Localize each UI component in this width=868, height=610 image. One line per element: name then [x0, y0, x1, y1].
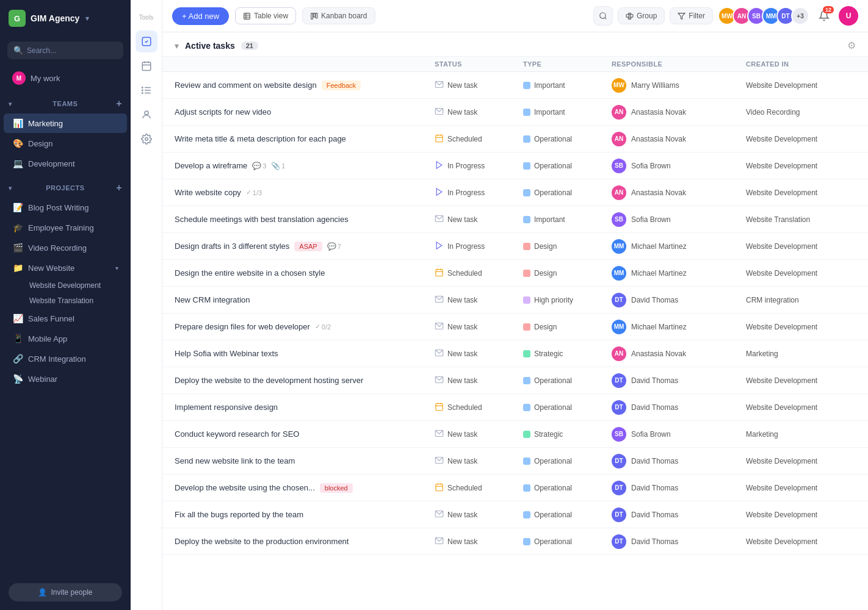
task-name-cell: Conduct keyword research for SEO: [175, 423, 435, 445]
table-row[interactable]: Conduct keyword research for SEO New tas…: [162, 421, 868, 448]
status-cell: New task: [435, 375, 523, 386]
type-label: Important: [534, 108, 565, 117]
filter-button[interactable]: Filter: [670, 7, 713, 24]
responsible-name: David Thomas: [631, 537, 678, 546]
kanban-board-button[interactable]: Kanban board: [302, 7, 375, 24]
person-tool[interactable]: [136, 104, 157, 126]
table-row[interactable]: Write website copy ✓1/3 In Progress Oper…: [162, 179, 868, 206]
section-header: ▾ Active tasks 21 ⚙: [162, 32, 868, 57]
search-bar[interactable]: 🔍 Search...: [7, 41, 123, 59]
sidebar-item-sales-funnel[interactable]: 📈 Sales Funnel: [4, 309, 127, 328]
settings-tool[interactable]: [136, 128, 157, 150]
type-label: High priority: [534, 296, 573, 304]
section-collapse-icon[interactable]: ▾: [175, 41, 179, 51]
sidebar-item-crm[interactable]: 🔗 CRM Integration: [4, 349, 127, 368]
type-cell: Operational: [523, 188, 612, 197]
my-work-item[interactable]: M My work: [4, 67, 127, 89]
table-row[interactable]: Write meta title & meta description for …: [162, 126, 868, 152]
invite-label: Invite people: [51, 588, 92, 597]
search-icon: 🔍: [13, 46, 23, 55]
user-avatar[interactable]: U: [839, 6, 858, 26]
teams-header[interactable]: ▾ Teams +: [0, 95, 131, 113]
table-view-button[interactable]: Table view: [235, 7, 296, 24]
task-name: Design drafts in 3 different styles: [175, 242, 289, 251]
table-row[interactable]: Implement responsive design Scheduled Op…: [162, 394, 868, 421]
svg-rect-23: [631, 14, 633, 16]
table-view-icon: [243, 12, 251, 20]
projects-label: Projects: [46, 184, 84, 192]
task-name: Deploy the website to the production env…: [175, 537, 349, 546]
resp-avatar: MM: [612, 320, 626, 334]
table-row[interactable]: Design the entire website in a chosen st…: [162, 260, 868, 287]
status-label: New task: [447, 537, 477, 546]
sidebar-item-employee-training[interactable]: 🎓 Employee Training: [4, 218, 127, 237]
sidebar-item-webinar[interactable]: 📡 Webinar: [4, 369, 127, 389]
calendar-tool[interactable]: [136, 55, 157, 77]
app-logo[interactable]: G GIM Agency ▾: [0, 0, 131, 37]
table-row[interactable]: Design drafts in 3 different styles ASAP…: [162, 233, 868, 260]
task-name-cell: Help Sofia with Webinar texts: [175, 343, 435, 364]
table-settings-icon[interactable]: ⚙: [847, 40, 856, 51]
status-label: New task: [447, 296, 477, 304]
type-dot: [523, 538, 530, 545]
projects-add-icon[interactable]: +: [116, 182, 122, 193]
search-button[interactable]: [593, 6, 613, 26]
responsible-cell: AN Anastasia Novak: [612, 346, 746, 361]
check-tool[interactable]: [136, 30, 157, 52]
status-icon: [435, 509, 444, 520]
sidebar-item-marketing[interactable]: 📊 Marketing: [4, 113, 127, 133]
created-cell: CRM integration: [746, 296, 856, 304]
task-name: Help Sofia with Webinar texts: [175, 349, 278, 358]
list-tool[interactable]: [136, 79, 157, 101]
table-row[interactable]: Review and comment on website design Fee…: [162, 72, 868, 99]
group-button[interactable]: Group: [618, 7, 665, 24]
type-dot: [523, 162, 530, 170]
responsible-cell: DT David Thomas: [612, 373, 746, 388]
sidebar-item-sales-label: Sales Funnel: [28, 314, 74, 323]
sidebar-item-new-website[interactable]: 📁 New Website ▾: [4, 258, 127, 278]
status-icon: [435, 107, 444, 118]
sidebar-sub-website-dev[interactable]: Website Development: [21, 278, 127, 293]
task-name: Deploy the website to the development ho…: [175, 376, 363, 385]
status-cell: Scheduled: [435, 134, 523, 145]
logo-icon: G: [9, 10, 26, 27]
table-row[interactable]: Schedule meetings with best translation …: [162, 206, 868, 233]
table-row[interactable]: Help Sofia with Webinar texts New task S…: [162, 340, 868, 367]
responsible-name: David Thomas: [631, 376, 678, 385]
type-dot: [523, 323, 530, 331]
table-row[interactable]: Prepare design files for web developer ✓…: [162, 314, 868, 340]
invite-people-button[interactable]: 👤 Invite people: [9, 583, 122, 601]
notifications-button[interactable]: 12: [814, 6, 834, 26]
sidebar-item-design[interactable]: 🎨 Design: [4, 134, 127, 153]
table-row[interactable]: Send new website link to the team New ta…: [162, 448, 868, 475]
teams-section: ▾ Teams + 📊 Marketing 🎨 Design 💻 Develop…: [0, 92, 131, 176]
add-new-button[interactable]: + Add new: [172, 7, 229, 25]
table-row[interactable]: New CRM integration New task High priori…: [162, 287, 868, 314]
sidebar-item-mobile-app[interactable]: 📱 Mobile App: [4, 329, 127, 348]
sidebar-item-mobile-label: Mobile App: [28, 334, 67, 343]
status-icon: [435, 134, 444, 145]
type-cell: Operational: [523, 537, 612, 546]
app-name: GIM Agency: [31, 13, 79, 23]
status-cell: New task: [435, 456, 523, 467]
table-row[interactable]: Deploy the website to the production env…: [162, 528, 868, 555]
teams-add-icon[interactable]: +: [116, 98, 122, 109]
status-icon: [435, 375, 444, 386]
svg-rect-1: [142, 62, 151, 71]
sidebar-item-development[interactable]: 💻 Development: [4, 154, 127, 173]
table-row[interactable]: Adjust scripts for new video New task Im…: [162, 99, 868, 126]
resp-avatar: DT: [612, 454, 626, 468]
table-row[interactable]: Develop a wireframe 💬3📎1 In Progress Ope…: [162, 152, 868, 179]
svg-point-20: [600, 13, 606, 18]
status-cell: New task: [435, 509, 523, 520]
sidebar-sub-website-trans[interactable]: Website Translation: [21, 293, 127, 308]
table-row[interactable]: Deploy the website to the development ho…: [162, 367, 868, 394]
filter-label: Filter: [689, 12, 705, 20]
projects-header[interactable]: ▾ Projects +: [0, 179, 131, 197]
cluster-more[interactable]: +3: [791, 7, 809, 25]
table-row[interactable]: Fix all the bugs reported by the team Ne…: [162, 501, 868, 528]
svg-rect-29: [436, 135, 443, 142]
sidebar-item-blog-post[interactable]: 📝 Blog Post Writing: [4, 198, 127, 217]
sidebar-item-video-recording[interactable]: 🎬 Video Recording: [4, 238, 127, 257]
table-row[interactable]: Develop the website using the chosen... …: [162, 475, 868, 501]
